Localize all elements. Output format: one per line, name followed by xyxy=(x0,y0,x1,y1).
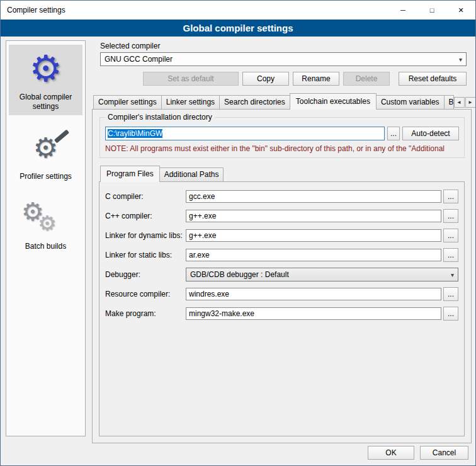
program-files-page: C compiler: ... C++ compiler: ... Linker… xyxy=(99,181,465,436)
tab-custom-variables[interactable]: Custom variables xyxy=(376,95,445,109)
tab-additional-paths[interactable]: Additional Paths xyxy=(159,168,224,181)
installation-directory-groupbox: Compiler's installation directory C:\ray… xyxy=(99,117,465,158)
selected-compiler-label: Selected compiler xyxy=(100,42,472,50)
caption-buttons: ─ □ ✕ xyxy=(388,1,475,20)
maximize-icon: □ xyxy=(430,6,434,14)
c-compiler-browse-button[interactable]: ... xyxy=(443,190,458,203)
debugger-label: Debugger: xyxy=(105,270,186,279)
set-as-default-button[interactable]: Set as default xyxy=(143,72,239,86)
make-program-label: Make program: xyxy=(105,309,186,318)
tab-program-files[interactable]: Program Files xyxy=(100,166,160,182)
make-program-input[interactable] xyxy=(186,307,441,320)
minimize-button[interactable]: ─ xyxy=(388,1,417,20)
sidebar-item-label: Global compiler settings xyxy=(10,93,81,111)
ellipsis-icon: ... xyxy=(448,309,454,318)
gear-glyph: ⚙ xyxy=(38,213,57,234)
profiler-gear-icon: ⚙ xyxy=(10,128,81,168)
sidebar-item-global-compiler-settings[interactable]: ⚙ Global compiler settings xyxy=(9,45,82,115)
tab-label: Compiler settings xyxy=(98,98,157,106)
make-program-row: Make program: ... xyxy=(105,307,458,321)
make-program-browse-button[interactable]: ... xyxy=(443,307,458,321)
auto-detect-button[interactable]: Auto-detect xyxy=(402,127,459,140)
installation-directory-value: C:\raylib\MinGW xyxy=(108,129,162,138)
settings-category-list: ⚙ Global compiler settings ⚙ Profiler se… xyxy=(6,40,86,436)
c-compiler-input[interactable] xyxy=(186,190,441,203)
batch-builds-gears-icon: ⚙ ⚙ xyxy=(10,198,81,238)
c-compiler-row: C compiler: ... xyxy=(105,190,458,203)
sidebar-item-profiler-settings[interactable]: ⚙ Profiler settings xyxy=(9,124,82,185)
cancel-button[interactable]: Cancel xyxy=(420,446,468,460)
rename-button[interactable]: Rename xyxy=(293,72,339,86)
arrow-left-icon: ◄ xyxy=(456,99,462,105)
tab-label: Toolchain executables xyxy=(296,97,370,106)
dialog-header-title: Global compiler settings xyxy=(183,23,293,33)
set-as-default-label: Set as default xyxy=(167,74,213,83)
installation-directory-row: C:\raylib\MinGW ... Auto-detect xyxy=(105,127,459,140)
chevron-down-icon: ▾ xyxy=(459,56,462,63)
tab-scroll-right-button[interactable]: ► xyxy=(465,97,476,108)
tab-build-options[interactable]: Buil xyxy=(444,95,454,109)
toolchain-executables-page: Compiler's installation directory C:\ray… xyxy=(92,109,472,443)
copy-button[interactable]: Copy xyxy=(242,72,289,86)
delete-button[interactable]: Delete xyxy=(343,72,390,86)
cpp-compiler-input[interactable] xyxy=(186,210,441,222)
arrow-right-icon: ► xyxy=(468,99,473,105)
maximize-button[interactable]: □ xyxy=(417,1,446,20)
tab-label: Linker settings xyxy=(166,98,215,106)
copy-label: Copy xyxy=(257,74,275,83)
installation-directory-title: Compiler's installation directory xyxy=(105,113,215,122)
delete-label: Delete xyxy=(356,74,378,83)
static-linker-label: Linker for static libs: xyxy=(105,251,186,259)
tab-linker-settings[interactable]: Linker settings xyxy=(161,95,220,109)
main-tab-strip: Compiler settings Linker settings Search… xyxy=(92,93,472,109)
dynamic-linker-label: Linker for dynamic libs: xyxy=(105,231,186,240)
sidebar-item-batch-builds[interactable]: ⚙ ⚙ Batch builds xyxy=(9,194,82,255)
selected-compiler-combobox[interactable]: GNU GCC Compiler ▾ xyxy=(100,52,467,66)
window-title: Compiler settings xyxy=(1,6,65,14)
tab-compiler-settings[interactable]: Compiler settings xyxy=(93,95,162,109)
dynamic-linker-browse-button[interactable]: ... xyxy=(443,229,458,242)
c-compiler-label: C compiler: xyxy=(105,192,186,201)
dialog-header: Global compiler settings xyxy=(1,20,475,37)
dynamic-linker-input[interactable] xyxy=(186,229,441,242)
debugger-combobox[interactable]: GDB/CDB debugger : Default ▾ xyxy=(186,268,458,281)
dialog-body: ⚙ Global compiler settings ⚙ Profiler se… xyxy=(1,37,475,465)
static-linker-input[interactable] xyxy=(186,249,441,261)
compiler-actions: Set as default Copy Rename Delete Reset … xyxy=(100,72,467,86)
tab-toolchain-executables[interactable]: Toolchain executables xyxy=(290,93,377,110)
tab-search-directories[interactable]: Search directories xyxy=(219,95,290,109)
tab-label: Buil xyxy=(449,98,454,106)
programs-tab-strip: Program Files Additional Paths xyxy=(99,166,471,181)
rename-label: Rename xyxy=(302,74,330,83)
ellipsis-icon: ... xyxy=(448,231,454,240)
sidebar-item-label: Profiler settings xyxy=(10,172,81,181)
reset-defaults-button[interactable]: Reset defaults xyxy=(399,72,467,86)
cpp-compiler-label: C++ compiler: xyxy=(105,212,186,220)
chevron-down-icon: ▾ xyxy=(451,271,454,278)
installation-directory-input[interactable]: C:\raylib\MinGW xyxy=(105,127,385,140)
tab-label: Program Files xyxy=(106,169,154,178)
cpp-compiler-row: C++ compiler: ... xyxy=(105,209,458,223)
gear-glyph: ⚙ xyxy=(33,134,58,162)
ellipsis-icon: ... xyxy=(390,129,397,138)
ok-button[interactable]: OK xyxy=(368,446,414,460)
ellipsis-icon: ... xyxy=(448,192,454,201)
browse-directory-button[interactable]: ... xyxy=(387,127,400,140)
ellipsis-icon: ... xyxy=(448,212,454,220)
tab-scroll-left-button[interactable]: ◄ xyxy=(454,97,465,108)
installation-note: NOTE: All programs must exist either in … xyxy=(105,144,459,153)
static-linker-row: Linker for static libs: ... xyxy=(105,248,458,262)
debugger-row: Debugger: GDB/CDB debugger : Default ▾ xyxy=(105,268,458,281)
static-linker-browse-button[interactable]: ... xyxy=(443,248,458,262)
global-compiler-gear-icon: ⚙ xyxy=(10,48,81,89)
tab-label: Custom variables xyxy=(381,98,439,106)
cpp-compiler-browse-button[interactable]: ... xyxy=(443,209,458,223)
close-button[interactable]: ✕ xyxy=(446,1,475,20)
debugger-value: GDB/CDB debugger : Default xyxy=(190,270,289,279)
title-bar: Compiler settings ─ □ ✕ xyxy=(1,1,475,20)
ok-label: OK xyxy=(385,448,396,457)
auto-detect-label: Auto-detect xyxy=(411,129,450,138)
main-panel: Selected compiler GNU GCC Compiler ▾ Set… xyxy=(92,39,472,443)
resource-compiler-browse-button[interactable]: ... xyxy=(443,287,458,301)
resource-compiler-input[interactable] xyxy=(186,288,441,300)
